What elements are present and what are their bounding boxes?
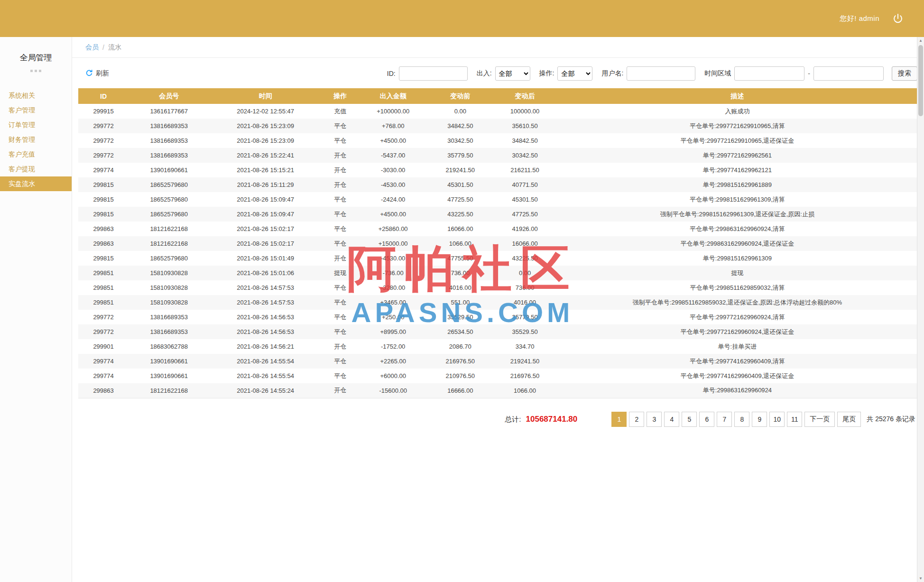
table-cell: +2265.00: [359, 354, 427, 369]
page-button-7[interactable]: 7: [717, 412, 732, 427]
table-cell: 43225.50: [493, 251, 557, 266]
table-row: 299774139016906612021-08-26 14:55:54平仓+2…: [78, 354, 918, 369]
id-filter-input[interactable]: [399, 66, 468, 81]
table-cell: 2021-08-26 15:11:29: [209, 177, 322, 192]
pagination: 1234567891011: [611, 412, 802, 427]
table-cell: 13901690661: [129, 354, 209, 369]
page-button-1[interactable]: 1: [611, 412, 627, 427]
page-button-5[interactable]: 5: [682, 412, 697, 427]
sidebar-collapse-icon[interactable]: [0, 70, 72, 72]
table-cell: 2021-08-26 15:15:21: [209, 163, 322, 177]
table-cell: 开仓: [322, 383, 359, 398]
table-cell: 334.70: [493, 339, 557, 354]
time-range-end-input[interactable]: [813, 66, 884, 81]
table-cell: 平仓单号:2997721629960924,清算: [557, 310, 918, 324]
table-cell: 736.00: [493, 280, 557, 295]
table-cell: 平仓: [322, 354, 359, 369]
table-cell: -15600.00: [359, 383, 427, 398]
scrollbar-up-arrow[interactable]: ▲: [917, 37, 924, 44]
table-body: 299915136161776672024-12-02 12:55:47充值+1…: [78, 104, 918, 398]
sidebar-item-order[interactable]: 订单管理: [0, 118, 72, 132]
table-cell: 2021-08-26 15:01:49: [209, 251, 322, 266]
table-cell: 单号:挂单买进: [557, 339, 918, 354]
table-cell: 13901690661: [129, 369, 209, 383]
refresh-label: 刷新: [96, 69, 109, 78]
scrollbar: ▲ ▼: [917, 37, 924, 582]
records-count: 共 25276 条记录: [867, 415, 915, 424]
table-cell: 开仓: [322, 339, 359, 354]
table-row: 299815186525796802021-08-26 15:09:47平仓+4…: [78, 207, 918, 222]
table-row: 299901186830627882021-08-26 14:56:21开仓-1…: [78, 339, 918, 354]
table-cell: 平仓: [322, 324, 359, 339]
next-page-button[interactable]: 下一页: [804, 412, 835, 427]
table-cell: 35529.50: [493, 324, 557, 339]
sidebar-item-customer[interactable]: 客户管理: [0, 103, 72, 118]
table-cell: 16066.00: [493, 236, 557, 251]
page-button-4[interactable]: 4: [664, 412, 679, 427]
column-header: 变动前: [427, 88, 493, 104]
sidebar-item-withdraw[interactable]: 客户提现: [0, 162, 72, 176]
table-cell: 18683062788: [129, 339, 209, 354]
table-cell: 299851: [78, 295, 129, 310]
table-cell: 35779.50: [427, 148, 493, 163]
page-button-10[interactable]: 10: [769, 412, 785, 427]
scrollbar-down-arrow[interactable]: ▼: [917, 575, 924, 582]
table-cell: 平仓单号:2998511629859032,清算: [557, 280, 918, 295]
operation-select[interactable]: 全部: [557, 66, 592, 81]
table-cell: 2021-08-26 14:55:54: [209, 354, 322, 369]
table-cell: 开仓: [322, 177, 359, 192]
topbar: 您好! admin: [0, 0, 924, 37]
filter-bar: ID: 出入: 全部 操作: 全部 用户名: 时间区域 - 搜索: [387, 66, 917, 81]
page-button-9[interactable]: 9: [752, 412, 767, 427]
table-cell: 2021-08-26 15:09:47: [209, 192, 322, 207]
table-row: 299774139016906612021-08-26 15:15:21开仓-3…: [78, 163, 918, 177]
table-cell: 平仓单号:2997721629910965,清算: [557, 119, 918, 133]
table-cell: 平仓单号:2997721629910965,退还保证金: [557, 133, 918, 148]
table-cell: 强制平仓单号:2998511629859032,退还保证金,原因:总体浮动超过余…: [557, 295, 918, 310]
table-cell: 提现: [557, 266, 918, 280]
table-cell: 平仓: [322, 310, 359, 324]
sidebar: 全局管理 系统相关客户管理订单管理财务管理客户充值客户提现实盘流水: [0, 37, 72, 582]
table-cell: 2021-08-26 15:02:17: [209, 222, 322, 236]
total-value: 105687141.80: [526, 415, 578, 424]
table-cell: 41926.00: [493, 222, 557, 236]
page-button-11[interactable]: 11: [787, 412, 802, 427]
time-range-start-input[interactable]: [734, 66, 804, 81]
sidebar-item-system[interactable]: 系统相关: [0, 88, 72, 103]
table-cell: -4530.00: [359, 177, 427, 192]
last-page-button[interactable]: 尾页: [837, 412, 861, 427]
table-footer: 总计: 105687141.80 1234567891011 下一页 尾页 共 …: [72, 398, 924, 427]
table-cell: 219241.50: [493, 354, 557, 369]
table-cell: 1066.00: [427, 236, 493, 251]
inout-select[interactable]: 全部: [495, 66, 530, 81]
sidebar-item-finance[interactable]: 财务管理: [0, 132, 72, 147]
table-cell: 13816689353: [129, 119, 209, 133]
table-cell: 13901690661: [129, 163, 209, 177]
table-cell: 平仓单号:2998631629960924,退还保证金: [557, 236, 918, 251]
page-button-6[interactable]: 6: [699, 412, 714, 427]
table-cell: 18121622168: [129, 383, 209, 398]
refresh-button[interactable]: 刷新: [85, 69, 109, 78]
page-button-3[interactable]: 3: [647, 412, 662, 427]
username-filter-input[interactable]: [627, 66, 695, 81]
table-cell: 35779.50: [493, 310, 557, 324]
logout-power-icon[interactable]: [892, 12, 904, 25]
breadcrumb-link-member[interactable]: 会员: [85, 43, 99, 52]
table-cell: 216976.50: [493, 369, 557, 383]
table-cell: +768.00: [359, 119, 427, 133]
sidebar-item-flow[interactable]: 实盘流水: [0, 176, 72, 191]
main-content: 会员 / 流水 刷新 ID: 出入: 全部 操作: 全部 用户: [72, 37, 924, 582]
table-cell: 平仓单号:2997741629960409,退还保证金: [557, 369, 918, 383]
table-cell: 216211.50: [493, 163, 557, 177]
scrollbar-thumb[interactable]: [918, 45, 923, 116]
table-cell: 100000.00: [493, 104, 557, 119]
page-button-2[interactable]: 2: [629, 412, 644, 427]
table-cell: 2021-08-26 14:57:53: [209, 280, 322, 295]
page-button-8[interactable]: 8: [734, 412, 749, 427]
table-row: 299774139016906612021-08-26 14:55:54平仓+6…: [78, 369, 918, 383]
table-cell: 34842.50: [427, 119, 493, 133]
table-cell: 299772: [78, 133, 129, 148]
table-cell: 47755.50: [427, 251, 493, 266]
sidebar-item-recharge[interactable]: 客户充值: [0, 147, 72, 162]
search-button[interactable]: 搜索: [892, 66, 917, 81]
